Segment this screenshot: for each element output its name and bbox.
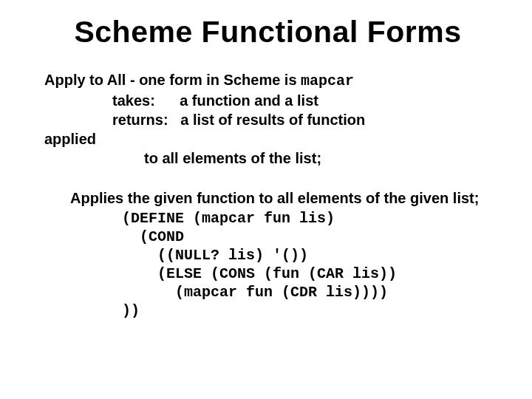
code-line-6: )) [122, 302, 140, 319]
code-line-5: (mapcar fun (CDR lis)))) [122, 284, 388, 301]
atoa-tail: to all elements of the list; [44, 149, 491, 168]
returns-label: returns: [112, 112, 168, 128]
atoa-line1: Apply to All - one form in Scheme is map… [44, 70, 491, 91]
takes-label: takes: [112, 92, 155, 109]
takes-val: a function and a list [180, 92, 318, 109]
mapcar-code: (DEFINE (mapcar fun lis) (COND ((NULL? l… [44, 209, 491, 320]
page-title: Scheme Functional Forms [44, 15, 491, 50]
atoa-takes: takes: a function and a list [44, 91, 491, 110]
code-line-4: (ELSE (CONS (fun (CAR lis)) [122, 265, 397, 282]
apply-to-all-block: Apply to All - one form in Scheme is map… [44, 70, 491, 168]
atoa-prefix: Apply to All [44, 72, 126, 88]
slide: Scheme Functional Forms Apply to All - o… [0, 0, 532, 335]
code-line-2: (COND [122, 228, 184, 245]
code-line-1: (DEFINE (mapcar fun lis) [122, 210, 335, 227]
atoa-applied: applied [44, 129, 491, 149]
atoa-fn: mapcar [301, 72, 354, 89]
atoa-desc: - one form in Scheme is [126, 72, 301, 88]
returns-val: a list of results of function [180, 112, 365, 128]
atoa-returns: returns: a list of results of function [44, 110, 491, 129]
code-line-3: ((NULL? lis) '()) [122, 247, 308, 264]
explain-paragraph: Applies the given function to all elemen… [61, 188, 491, 208]
